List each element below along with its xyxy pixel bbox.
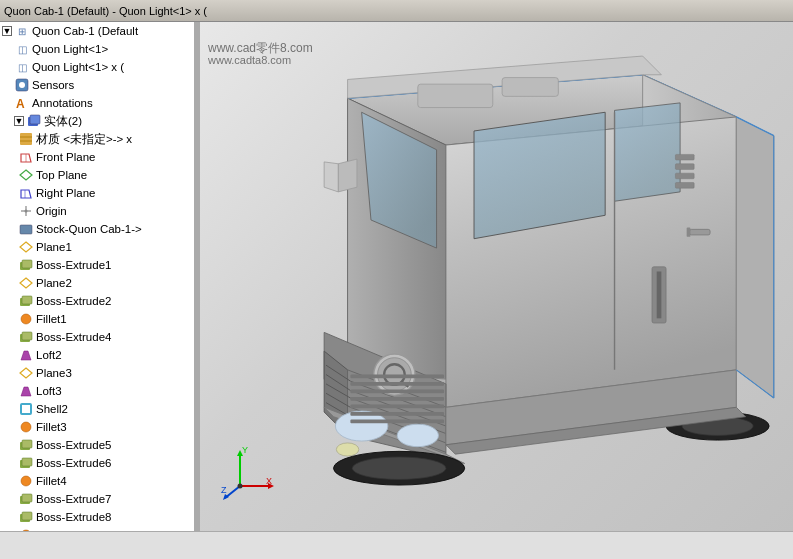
3d-viewport[interactable]: www.cad零件8.com www.cadta8.com — [200, 22, 793, 531]
sidebar-item-origin[interactable]: Origin — [0, 202, 194, 220]
svg-rect-19 — [22, 260, 32, 268]
boss-extrude7-icon — [18, 491, 34, 507]
svg-point-35 — [21, 476, 31, 486]
sidebar-item-annotations[interactable]: A Annotations — [0, 94, 194, 112]
sidebar-item-right-plane[interactable]: Right Plane — [0, 184, 194, 202]
solid-icon — [26, 113, 42, 129]
svg-point-72 — [397, 424, 438, 446]
svg-marker-17 — [20, 242, 32, 252]
sidebar-item-sensors[interactable]: Sensors — [0, 76, 194, 94]
svg-rect-32 — [22, 440, 32, 448]
sensor-icon — [14, 77, 30, 93]
svg-rect-34 — [22, 458, 32, 466]
sidebar-label: Plane2 — [36, 277, 72, 289]
boss-extrude4-icon — [18, 329, 34, 345]
sidebar-item-boss-extrude1[interactable]: Boss-Extrude1 — [0, 256, 194, 274]
sidebar-label: Annotations — [32, 97, 93, 109]
expand-icon[interactable]: ▼ — [2, 26, 12, 36]
sidebar-label: Boss-Extrude8 — [36, 511, 111, 523]
fillet4-icon — [18, 473, 34, 489]
svg-rect-95 — [350, 375, 444, 379]
sidebar-label: Quon Cab-1 (Default — [32, 25, 138, 37]
boss-extrude1-icon — [18, 257, 34, 273]
truck-model — [240, 42, 783, 501]
sidebar-label: Loft3 — [36, 385, 62, 397]
sidebar-item-fillet4[interactable]: Fillet4 — [0, 472, 194, 490]
sidebar-item-front-plane[interactable]: Front Plane — [0, 148, 194, 166]
sidebar-item-boss-extrude2[interactable]: Boss-Extrude2 — [0, 292, 194, 310]
origin-icon — [18, 203, 34, 219]
sidebar-label: Boss-Extrude4 — [36, 331, 111, 343]
sidebar-item-boss-extrude6[interactable]: Boss-Extrude6 — [0, 454, 194, 472]
svg-rect-90 — [657, 272, 662, 319]
svg-rect-54 — [689, 229, 710, 235]
svg-rect-105 — [675, 183, 694, 189]
main-content: ▼ ⊞ Quon Cab-1 (Default ◫ Quon Light<1> … — [0, 22, 793, 531]
svg-rect-5 — [20, 133, 32, 145]
sidebar-label: Right Plane — [36, 187, 95, 199]
title-bar: Quon Cab-1 (Default) - Quon Light<1> x ( — [0, 0, 793, 22]
svg-marker-52 — [615, 103, 681, 201]
status-bar — [0, 531, 793, 559]
expand-solid-icon[interactable]: ▼ — [14, 116, 24, 126]
sidebar-label: 实体(2) — [44, 114, 82, 129]
material-icon — [18, 131, 34, 147]
svg-text:Y: Y — [242, 446, 248, 455]
svg-marker-11 — [21, 190, 31, 198]
svg-rect-55 — [687, 227, 691, 236]
sidebar-label: Quon Light<1> — [32, 43, 108, 55]
svg-rect-25 — [22, 332, 32, 340]
sidebar-label: Fillet3 — [36, 421, 67, 433]
svg-rect-101 — [350, 420, 444, 424]
sidebar-item-quon-light2[interactable]: ◫ Quon Light<1> x ( — [0, 58, 194, 76]
sidebar-label: Loft2 — [36, 349, 62, 361]
sidebar-item-quon-light1[interactable]: ◫ Quon Light<1> — [0, 40, 194, 58]
svg-marker-85 — [736, 117, 773, 398]
fillet1-icon — [18, 311, 34, 327]
svg-rect-97 — [350, 390, 444, 394]
sidebar-label: Quon Light<1> x ( — [32, 61, 124, 73]
svg-rect-22 — [22, 296, 32, 304]
svg-marker-10 — [20, 170, 32, 180]
plane1-icon — [18, 239, 34, 255]
sidebar-item-material[interactable]: 材质 <未指定>-> x — [0, 130, 194, 148]
svg-rect-93 — [418, 84, 493, 107]
sidebar-item-quon-cab[interactable]: ▼ ⊞ Quon Cab-1 (Default — [0, 22, 194, 40]
sidebar-label: Top Plane — [36, 169, 87, 181]
sidebar-item-boss-extrude8[interactable]: Boss-Extrude8 — [0, 508, 194, 526]
svg-rect-4 — [30, 115, 40, 124]
plane3-icon — [18, 365, 34, 381]
sidebar-item-top-plane[interactable]: Top Plane — [0, 166, 194, 184]
svg-point-80 — [352, 457, 446, 479]
sidebar-item-boss-extrude7[interactable]: Boss-Extrude7 — [0, 490, 194, 508]
plane2-icon — [18, 275, 34, 291]
svg-text:Z: Z — [221, 485, 227, 495]
sidebar-item-loft2[interactable]: Loft2 — [0, 346, 194, 364]
boss-extrude2-icon — [18, 293, 34, 309]
sidebar-label: Boss-Extrude2 — [36, 295, 111, 307]
sidebar-item-fillet3[interactable]: Fillet3 — [0, 418, 194, 436]
part-icon2: ◫ — [14, 59, 30, 75]
sidebar-item-boss-extrude5[interactable]: Boss-Extrude5 — [0, 436, 194, 454]
sidebar-item-solid[interactable]: ▼ 实体(2) — [0, 112, 194, 130]
svg-marker-20 — [20, 278, 32, 288]
sidebar-item-plane1[interactable]: Plane1 — [0, 238, 194, 256]
sidebar-item-loft3[interactable]: Loft3 — [0, 382, 194, 400]
sidebar-item-shell2[interactable]: Shell2 — [0, 400, 194, 418]
svg-text:X: X — [266, 476, 272, 486]
sidebar-item-plane3[interactable]: Plane3 — [0, 364, 194, 382]
sidebar-item-stock-quon[interactable]: Stock-Quon Cab-1-> — [0, 220, 194, 238]
svg-marker-26 — [21, 351, 31, 360]
fillet3-icon — [18, 419, 34, 435]
sidebar-label: Plane3 — [36, 367, 72, 379]
feature-tree[interactable]: ▼ ⊞ Quon Cab-1 (Default ◫ Quon Light<1> … — [0, 22, 195, 531]
assembly-icon: ⊞ — [14, 23, 30, 39]
boss-extrude5-icon — [18, 437, 34, 453]
svg-rect-94 — [502, 78, 558, 97]
sidebar-item-plane2[interactable]: Plane2 — [0, 274, 194, 292]
sidebar-item-boss-extrude4[interactable]: Boss-Extrude4 — [0, 328, 194, 346]
svg-point-30 — [21, 422, 31, 432]
svg-marker-92 — [324, 162, 338, 192]
sidebar-item-fillet1[interactable]: Fillet1 — [0, 310, 194, 328]
boss-extrude8-icon — [18, 509, 34, 525]
